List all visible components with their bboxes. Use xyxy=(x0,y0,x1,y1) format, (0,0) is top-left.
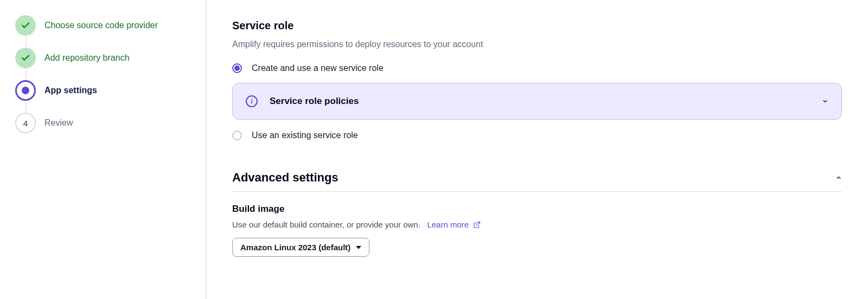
radio-existing-role[interactable]: Use an existing service role xyxy=(232,131,842,140)
radio-icon xyxy=(232,131,242,140)
service-role-title: Service role xyxy=(232,20,842,32)
learn-more-text: Learn more xyxy=(427,220,469,229)
build-image-label: Build image xyxy=(232,204,842,214)
build-image-select[interactable]: Amazon Linux 2023 (default) xyxy=(232,238,369,257)
step-label: Review xyxy=(44,118,73,128)
service-role-description: Amplify requires permissions to deploy r… xyxy=(232,40,842,49)
radio-label: Use an existing service role xyxy=(252,131,358,140)
step-source-provider[interactable]: Choose source code provider xyxy=(15,15,193,48)
radio-icon xyxy=(232,63,242,73)
step-review[interactable]: 4 Review xyxy=(15,113,193,133)
step-label: App settings xyxy=(44,86,97,95)
step-repo-branch[interactable]: Add repository branch xyxy=(15,48,193,80)
advanced-settings-header[interactable]: Advanced settings xyxy=(232,171,842,192)
radio-create-role[interactable]: Create and use a new service role xyxy=(232,63,842,73)
chevron-down-icon xyxy=(822,98,828,105)
svg-line-0 xyxy=(476,222,480,225)
build-image-field: Build image Use our default build contai… xyxy=(232,204,842,257)
info-icon: i xyxy=(246,95,258,107)
step-label: Choose source code provider xyxy=(44,21,158,30)
caret-down-icon xyxy=(356,246,361,249)
build-image-hint: Use our default build container, or prov… xyxy=(232,220,842,229)
radio-label: Create and use a new service role xyxy=(252,63,384,73)
wizard-steps-sidebar: Choose source code provider Add reposito… xyxy=(0,0,206,299)
current-step-icon xyxy=(15,80,36,101)
check-icon xyxy=(15,15,36,36)
policies-title: Service role policies xyxy=(270,96,810,107)
build-image-hint-text: Use our default build container, or prov… xyxy=(232,220,420,229)
chevron-up-icon xyxy=(835,174,842,181)
advanced-settings-title: Advanced settings xyxy=(232,171,339,185)
external-link-icon xyxy=(473,221,481,229)
step-number-icon: 4 xyxy=(15,113,36,133)
advanced-settings-section: Advanced settings Build image Use our de… xyxy=(232,171,842,257)
step-app-settings[interactable]: App settings xyxy=(15,80,193,113)
service-role-policies-panel[interactable]: i Service role policies xyxy=(232,83,842,120)
main-content: Service role Amplify requires permission… xyxy=(206,0,868,299)
build-image-selected: Amazon Linux 2023 (default) xyxy=(240,243,350,252)
step-label: Add repository branch xyxy=(44,53,130,63)
check-icon xyxy=(15,48,36,68)
learn-more-link[interactable]: Learn more xyxy=(427,220,481,229)
